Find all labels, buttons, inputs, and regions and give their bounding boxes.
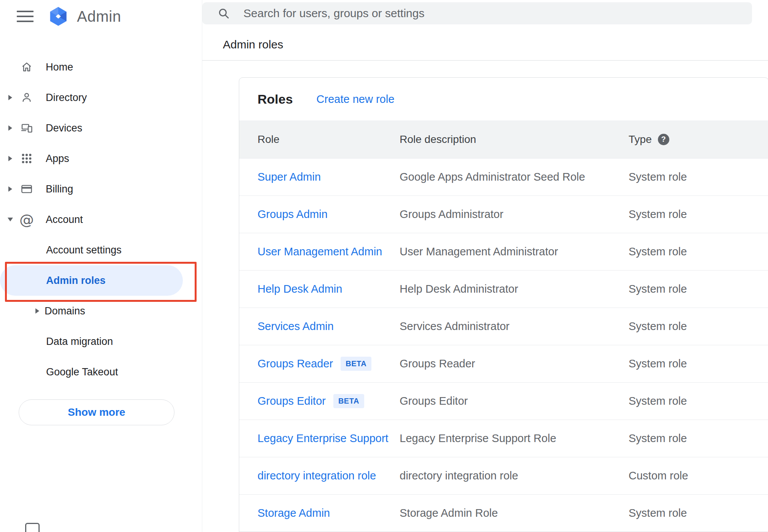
table-header-row: Role Role description Type ?: [239, 120, 768, 158]
table-row: Groups Admin Groups Administrator System…: [239, 195, 768, 233]
role-type: System role: [629, 283, 768, 295]
table-row: directory integration role directory int…: [239, 457, 768, 494]
beta-badge: BETA: [341, 357, 371, 371]
column-header-role: Role: [258, 133, 400, 146]
role-link[interactable]: directory integration role: [258, 470, 376, 482]
role-type: System role: [629, 507, 768, 519]
create-new-role-link[interactable]: Create new role: [317, 93, 395, 106]
table-row: Super Admin Google Apps Administrator Se…: [239, 158, 768, 195]
column-header-type: Type ?: [629, 133, 768, 146]
sidebar-header: Admin: [0, 0, 202, 33]
chevron-right-icon: [8, 125, 12, 131]
role-description: Google Apps Administrator Seed Role: [400, 171, 629, 183]
sidebar-item-home[interactable]: Home: [0, 52, 202, 82]
sidebar-nav: Home Directory Devices: [0, 52, 202, 235]
role-description: directory integration role: [400, 470, 629, 482]
sidebar-item-domains[interactable]: Domains: [0, 296, 202, 326]
role-description: Help Desk Administrator: [400, 283, 629, 295]
sidebar-item-label: Home: [46, 61, 73, 73]
brand-title: Admin: [77, 8, 121, 25]
role-description: Legacy Enterprise Support Role: [400, 432, 629, 445]
roles-title: Roles: [258, 92, 293, 107]
sidebar-item-apps[interactable]: Apps: [0, 143, 202, 174]
role-type: System role: [629, 395, 768, 407]
role-link[interactable]: Groups Editor: [258, 395, 326, 407]
show-more-button[interactable]: Show more: [19, 399, 174, 425]
table-row: Legacy Enterprise Support Legacy Enterpr…: [239, 420, 768, 457]
sidebar-item-label: Billing: [46, 183, 73, 195]
partial-bottom-icon: [25, 523, 40, 532]
roles-card: Roles Create new role Role Role descript…: [239, 77, 768, 532]
column-header-role-description: Role description: [400, 133, 629, 146]
sidebar-item-label: Google Takeout: [46, 366, 118, 378]
role-type: System role: [629, 320, 768, 333]
sidebar: Admin Home Directory: [0, 0, 202, 532]
help-icon[interactable]: ?: [658, 134, 669, 145]
search-input[interactable]: [243, 2, 752, 24]
roles-card-header: Roles Create new role: [239, 78, 768, 120]
beta-badge: BETA: [333, 394, 364, 408]
menu-icon[interactable]: [17, 11, 34, 22]
sidebar-item-label: Apps: [46, 153, 69, 165]
role-link[interactable]: Services Admin: [258, 320, 334, 333]
role-description: Groups Administrator: [400, 208, 629, 221]
devices-icon: [18, 122, 35, 134]
apps-grid-icon: [18, 152, 35, 165]
home-icon: [18, 61, 35, 73]
table-row: Storage Admin Storage Admin Role System …: [239, 494, 768, 532]
role-link[interactable]: Legacy Enterprise Support: [258, 432, 388, 445]
sidebar-item-label: Devices: [46, 122, 82, 134]
chevron-right-icon: [35, 308, 39, 314]
role-type: System role: [629, 208, 768, 221]
admin-logo-icon: [48, 5, 69, 27]
chevron-right-icon: [8, 95, 12, 100]
breadcrumb-divider: [202, 60, 768, 61]
breadcrumb: Admin roles: [223, 38, 768, 51]
person-icon: [18, 91, 35, 104]
search-icon: [218, 7, 230, 19]
sidebar-item-devices[interactable]: Devices: [0, 113, 202, 143]
search-bar: [202, 2, 752, 24]
role-link[interactable]: Storage Admin: [258, 507, 330, 519]
role-link[interactable]: User Management Admin: [258, 245, 382, 258]
sidebar-item-label: Admin roles: [46, 275, 106, 287]
role-description: Services Administrator: [400, 320, 629, 333]
role-type: System role: [629, 245, 768, 258]
role-type: Custom role: [629, 470, 768, 482]
sidebar-item-label: Domains: [45, 305, 85, 317]
roles-table-body: Super Admin Google Apps Administrator Se…: [239, 158, 768, 532]
main-content: Admin roles Roles Create new role Role R…: [202, 0, 768, 532]
sidebar-item-account[interactable]: @ Account: [0, 204, 202, 235]
sidebar-item-billing[interactable]: Billing: [0, 174, 202, 204]
sidebar-item-directory[interactable]: Directory: [0, 82, 202, 113]
role-type: System role: [629, 357, 768, 370]
account-subnav: Account settings Admin roles Domains Dat…: [0, 235, 202, 387]
sidebar-item-admin-roles[interactable]: Admin roles: [0, 265, 183, 296]
role-description: Storage Admin Role: [400, 507, 629, 519]
role-link[interactable]: Groups Reader: [258, 357, 333, 370]
table-row: Groups Reader BETA Groups Reader System …: [239, 345, 768, 382]
table-row: Groups Editor BETA Groups Editor System …: [239, 382, 768, 420]
billing-card-icon: [18, 183, 35, 195]
role-type: System role: [629, 432, 768, 445]
role-type: System role: [629, 171, 768, 183]
chevron-right-icon: [8, 156, 12, 161]
table-row: Help Desk Admin Help Desk Administrator …: [239, 270, 768, 308]
sidebar-item-label: Directory: [46, 92, 87, 104]
sidebar-item-label: Account settings: [46, 244, 122, 256]
at-sign-icon: @: [18, 212, 35, 227]
sidebar-item-data-migration[interactable]: Data migration: [0, 326, 202, 357]
sidebar-item-account-settings[interactable]: Account settings: [0, 235, 202, 265]
role-link[interactable]: Help Desk Admin: [258, 283, 342, 295]
role-link[interactable]: Groups Admin: [258, 208, 328, 221]
sidebar-item-label: Data migration: [46, 336, 113, 348]
table-row: User Management Admin User Management Ad…: [239, 233, 768, 270]
sidebar-item-google-takeout[interactable]: Google Takeout: [0, 357, 202, 387]
role-link[interactable]: Super Admin: [258, 171, 321, 183]
sidebar-item-label: Account: [46, 214, 83, 226]
role-description: User Management Administrator: [400, 245, 629, 258]
table-row: Services Admin Services Administrator Sy…: [239, 308, 768, 345]
role-description: Groups Reader: [400, 357, 629, 370]
chevron-right-icon: [8, 186, 12, 192]
chevron-down-icon: [8, 218, 13, 221]
